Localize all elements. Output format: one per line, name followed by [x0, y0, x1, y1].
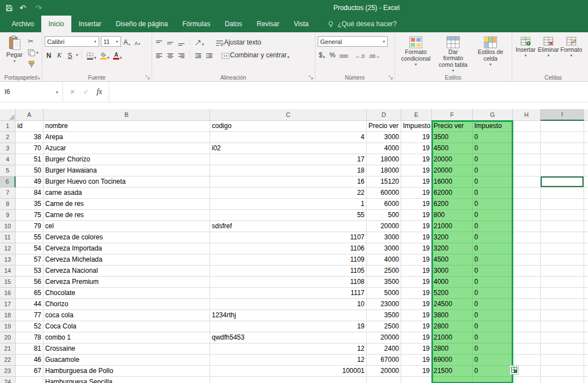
cell-B14[interactable]: Cerveza Nacional — [43, 266, 210, 277]
cell-H22[interactable] — [513, 355, 541, 366]
delete-cells-button[interactable]: Eliminar ▾ — [537, 34, 560, 73]
cell-D14[interactable]: 2500 — [367, 266, 401, 277]
cell-D2[interactable]: 3000 — [367, 132, 401, 143]
cell-D21[interactable]: 2400 — [367, 343, 401, 355]
accounting-format-button[interactable]: $▾ — [318, 50, 327, 59]
align-left-button[interactable] — [154, 50, 164, 59]
row-header-9[interactable]: 9 — [0, 210, 16, 221]
cell-H12[interactable] — [513, 243, 541, 254]
cell-F14[interactable]: 3000 — [432, 266, 473, 277]
cell-C19[interactable]: 19 — [210, 321, 367, 332]
row-header-2[interactable]: 2 — [0, 132, 16, 143]
cell-D5[interactable]: 18000 — [367, 165, 401, 176]
row-header-4[interactable]: 4 — [0, 154, 16, 165]
cell-F2[interactable]: 3500 — [432, 132, 473, 143]
cell-filler-18[interactable] — [584, 310, 588, 321]
cell-G22[interactable]: 0 — [473, 355, 513, 366]
cell-D20[interactable]: 20000 — [367, 332, 401, 343]
cell-C18[interactable]: 1234rthj — [210, 310, 367, 321]
format-painter-button[interactable] — [27, 60, 40, 69]
dialog-launcher-icon[interactable] — [145, 75, 150, 80]
align-right-button[interactable] — [177, 50, 186, 59]
cell-H7[interactable] — [513, 188, 541, 199]
cell-D23[interactable]: 20000 — [367, 366, 401, 377]
cell-I3[interactable] — [541, 143, 584, 154]
font-color-button[interactable]: A▾ — [112, 50, 123, 60]
cell-A23[interactable]: 67 — [16, 366, 43, 377]
cell-I19[interactable] — [541, 321, 584, 332]
cell-H14[interactable] — [513, 266, 541, 277]
save-button[interactable] — [6, 4, 13, 12]
percent-button[interactable]: % — [328, 50, 337, 59]
cell-filler-7[interactable] — [584, 188, 588, 199]
cell-filler-2[interactable] — [584, 132, 588, 143]
tab-vista[interactable]: Vista — [286, 16, 315, 32]
orientation-button[interactable]: ▾ — [193, 37, 206, 46]
customize-qat-button[interactable]: ▾ — [66, 6, 69, 10]
cell-filler-8[interactable] — [584, 199, 588, 210]
cell-filler-19[interactable] — [584, 321, 588, 332]
cell-F17[interactable]: 24500 — [432, 299, 473, 310]
align-middle-button[interactable] — [166, 37, 175, 46]
cell-filler-9[interactable] — [584, 210, 588, 221]
cell-H11[interactable] — [513, 232, 541, 243]
cell-H16[interactable] — [513, 288, 541, 299]
decrease-decimal-button[interactable]: .00→ — [367, 50, 382, 59]
cell-C24[interactable] — [210, 377, 367, 383]
cell-H18[interactable] — [513, 310, 541, 321]
cell-G11[interactable]: 0 — [473, 232, 513, 243]
row-header-18[interactable]: 18 — [0, 310, 16, 321]
cell-filler-1[interactable] — [584, 121, 588, 132]
cell-F16[interactable]: 5200 — [432, 288, 473, 299]
cell-E10[interactable]: 19 — [401, 221, 432, 232]
cell-C14[interactable]: 1105 — [210, 266, 367, 277]
bold-button[interactable]: N — [45, 50, 54, 60]
cell-I13[interactable] — [541, 254, 584, 266]
column-header-I[interactable]: I — [541, 109, 584, 121]
quick-analysis-icon[interactable] — [509, 365, 519, 375]
cell-C2[interactable]: 4 — [210, 132, 367, 143]
cell-I18[interactable] — [541, 310, 584, 321]
cell-C4[interactable]: 17 — [210, 154, 367, 165]
cell-B2[interactable]: Arepa — [43, 132, 210, 143]
cell-filler-22[interactable] — [584, 355, 588, 366]
tell-me-box[interactable]: ¿Qué desea hacer? — [322, 16, 402, 32]
cell-G17[interactable]: 0 — [473, 299, 513, 310]
row-header-3[interactable]: 3 — [0, 143, 16, 154]
cell-E8[interactable]: 19 — [401, 199, 432, 210]
tab-inicio[interactable]: Inicio — [41, 16, 71, 32]
cell-F19[interactable]: 2800 — [432, 321, 473, 332]
cell-C3[interactable]: i02 — [210, 143, 367, 154]
cell-F15[interactable]: 4000 — [432, 277, 473, 288]
cell-H13[interactable] — [513, 254, 541, 266]
column-header-E[interactable]: E — [401, 109, 432, 121]
cell-G6[interactable]: 0 — [473, 176, 513, 188]
column-header-B[interactable]: B — [43, 109, 210, 121]
number-format-select[interactable]: General▾ — [318, 36, 388, 47]
cell-D22[interactable]: 67000 — [367, 355, 401, 366]
merge-center-button[interactable]: Combinar y centrar▾ — [220, 50, 291, 59]
cell-B11[interactable]: Cerveza de colores — [43, 232, 210, 243]
row-header-12[interactable]: 12 — [0, 243, 16, 254]
cell-filler-3[interactable] — [584, 143, 588, 154]
cell-I5[interactable] — [541, 165, 584, 176]
cell-D7[interactable]: 60000 — [367, 188, 401, 199]
cell-I22[interactable] — [541, 355, 584, 366]
cell-D4[interactable]: 18000 — [367, 154, 401, 165]
insert-cells-button[interactable]: Insertar ▾ — [514, 34, 537, 73]
cell-E13[interactable]: 19 — [401, 254, 432, 266]
cell-B12[interactable]: Cerveza Importada — [43, 243, 210, 254]
cell-A7[interactable]: 84 — [16, 188, 43, 199]
cell-I2[interactable] — [541, 132, 584, 143]
cell-E16[interactable]: 19 — [401, 288, 432, 299]
cell-A16[interactable]: 65 — [16, 288, 43, 299]
cell-F7[interactable]: 62000 — [432, 188, 473, 199]
row-header-11[interactable]: 11 — [0, 232, 16, 243]
cell-A15[interactable]: 56 — [16, 277, 43, 288]
row-header-19[interactable]: 19 — [0, 321, 16, 332]
cell-F20[interactable]: 21000 — [432, 332, 473, 343]
cell-filler-12[interactable] — [584, 243, 588, 254]
column-header-H[interactable]: H — [513, 109, 541, 121]
cell-B8[interactable]: Carne de res — [43, 199, 210, 210]
cell-A22[interactable]: 46 — [16, 355, 43, 366]
